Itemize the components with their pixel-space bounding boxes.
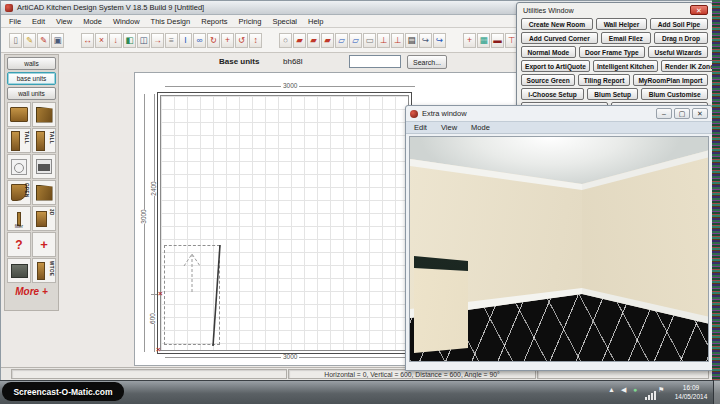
render-viewport[interactable] bbox=[409, 136, 709, 362]
grid-fill-icon[interactable]: ▦ bbox=[477, 33, 490, 48]
i-choose-setup-button[interactable]: i-Choose Setup bbox=[521, 88, 584, 100]
ruler-icon[interactable]: ≡ bbox=[165, 33, 178, 48]
three-d-unit-icon bbox=[36, 211, 47, 227]
extra-window-menu-bar: Edit View Mode bbox=[406, 121, 712, 134]
page-blue-2-icon[interactable]: ▱ bbox=[349, 33, 362, 48]
export-2-icon[interactable]: ↪ bbox=[433, 33, 446, 48]
normal-mode-button[interactable]: Normal Mode bbox=[521, 46, 576, 58]
useful-wizards-button[interactable]: Useful Wizards bbox=[648, 46, 708, 58]
maximize-button[interactable]: ▢ bbox=[674, 108, 690, 119]
unit-tall-larder[interactable]: TALL bbox=[32, 128, 56, 153]
pin-down-icon[interactable]: ↓ bbox=[109, 33, 122, 48]
search-input[interactable] bbox=[349, 55, 401, 68]
door-frame-type-button[interactable]: Door Frame Type bbox=[579, 46, 646, 58]
worktop-icon[interactable]: ▬ bbox=[491, 33, 504, 48]
intelligent-kitchen-button[interactable]: Intelligent Kitchen bbox=[593, 60, 658, 72]
extra-window-icon bbox=[410, 110, 418, 118]
unit-corner-base-cabinet[interactable] bbox=[32, 102, 56, 127]
stamp-3-icon[interactable]: ▰ bbox=[321, 33, 334, 48]
blum-customise-button[interactable]: Blum Customise bbox=[641, 88, 708, 100]
unit-open-base[interactable]: OPEN bbox=[7, 180, 31, 205]
save-disk-icon[interactable]: ◫ bbox=[137, 33, 150, 48]
unit-filler[interactable]: filler bbox=[7, 206, 31, 231]
tray-app-icon[interactable]: ● bbox=[633, 386, 637, 393]
unit-oven[interactable] bbox=[32, 154, 56, 179]
add-soil-pipe-button[interactable]: Add Soil Pipe bbox=[650, 18, 708, 30]
edit-brush-icon[interactable]: ✎ bbox=[37, 33, 50, 48]
menu-mode[interactable]: Mode bbox=[83, 17, 102, 26]
menu-reports[interactable]: Reports bbox=[201, 17, 227, 26]
open-folder-icon[interactable]: ✎ bbox=[23, 33, 36, 48]
source-green-button[interactable]: Source Green bbox=[521, 74, 575, 86]
unit-base-cabinet[interactable] bbox=[7, 102, 31, 127]
utilities-close-button[interactable]: ✕ bbox=[690, 5, 708, 15]
minimize-button[interactable]: – bbox=[656, 108, 672, 119]
utilities-buttons: Create New Room Wall Helper Add Soil Pip… bbox=[517, 17, 712, 117]
menu-view[interactable]: View bbox=[56, 17, 72, 26]
menu-file[interactable]: File bbox=[9, 17, 21, 26]
utilities-title-bar[interactable]: Utilities Window bbox=[517, 3, 712, 17]
arrow-updown-icon[interactable]: ↕ bbox=[249, 33, 262, 48]
extra-window-title-bar[interactable]: Extra window – ▢ ✕ bbox=[406, 106, 712, 121]
network-icon[interactable] bbox=[645, 391, 656, 400]
extra-menu-mode[interactable]: Mode bbox=[471, 123, 490, 132]
crosshair-icon[interactable]: + bbox=[463, 33, 476, 48]
sidebar-tab-base-units[interactable]: base units bbox=[7, 72, 56, 85]
show-desktop-button[interactable] bbox=[713, 380, 720, 404]
unit-worktop-end[interactable]: WTOE bbox=[32, 258, 56, 283]
email-filez-button[interactable]: Email Filez bbox=[601, 32, 651, 44]
menu-help[interactable]: Help bbox=[308, 17, 323, 26]
wall-helper-button[interactable]: Wall Helper bbox=[596, 18, 647, 30]
create-new-room-button[interactable]: Create New Room bbox=[521, 18, 593, 30]
extra-menu-edit[interactable]: Edit bbox=[414, 123, 427, 132]
delete-icon[interactable]: × bbox=[95, 33, 108, 48]
menu-this-design[interactable]: This Design bbox=[151, 17, 191, 26]
rotate-cw-icon[interactable]: ↻ bbox=[207, 33, 220, 48]
rotate-ccw-icon[interactable]: ↺ bbox=[235, 33, 248, 48]
hourglass-icon[interactable]: Ι bbox=[179, 33, 192, 48]
menu-edit[interactable]: Edit bbox=[32, 17, 45, 26]
drag-n-drop-button[interactable]: Drag n Drop bbox=[654, 32, 708, 44]
menu-special[interactable]: Special bbox=[272, 17, 297, 26]
tiling-report-button[interactable]: Tiling Report bbox=[578, 74, 630, 86]
taskbar-clock[interactable]: 16:09 14/05/2014 bbox=[672, 383, 710, 401]
new-file-icon[interactable]: ▯ bbox=[9, 33, 22, 48]
unit-sink-base[interactable] bbox=[7, 258, 31, 283]
outline-page-icon[interactable]: ▭ bbox=[363, 33, 376, 48]
speaker-icon[interactable]: ◀ bbox=[621, 386, 626, 394]
close-button[interactable]: ✕ bbox=[692, 108, 708, 119]
blum-setup-button[interactable]: Blum Setup bbox=[587, 88, 638, 100]
action-center-flag-icon[interactable]: ⚑ bbox=[658, 386, 664, 394]
zoom-icon[interactable]: ○ bbox=[279, 33, 292, 48]
swap-arrows-icon[interactable]: ↔ bbox=[81, 33, 94, 48]
page-blue-1-icon[interactable]: ▱ bbox=[335, 33, 348, 48]
export-1-icon[interactable]: ↪ bbox=[419, 33, 432, 48]
stamp-2-icon[interactable]: ▰ bbox=[307, 33, 320, 48]
menu-pricing[interactable]: Pricing bbox=[238, 17, 261, 26]
arrow-right-icon[interactable]: → bbox=[151, 33, 164, 48]
move-cross-icon[interactable]: + bbox=[221, 33, 234, 48]
post-1-icon[interactable]: ⊥ bbox=[377, 33, 390, 48]
printer-icon[interactable]: ▤ bbox=[405, 33, 418, 48]
post-2-icon[interactable]: ⊥ bbox=[391, 33, 404, 48]
unit-tall-cabinet[interactable]: TALL bbox=[7, 128, 31, 153]
unit-help[interactable]: ? bbox=[7, 232, 31, 257]
tray-expand-icon[interactable]: ▲ bbox=[608, 386, 615, 393]
add-curved-corner-button[interactable]: Add Curved Corner bbox=[521, 32, 598, 44]
connector-icon[interactable]: ∞ bbox=[193, 33, 206, 48]
unit-washing-machine[interactable] bbox=[7, 154, 31, 179]
lock-icon[interactable]: ◧ bbox=[123, 33, 136, 48]
sidebar-tab-walls[interactable]: walls bbox=[7, 57, 56, 70]
menu-window[interactable]: Window bbox=[113, 17, 140, 26]
export-to-artiquote-button[interactable]: Export to ArtiQuote bbox=[521, 60, 590, 72]
myroomplan-import-button[interactable]: MyRoomPlan Import bbox=[633, 74, 708, 86]
stamp-1-icon[interactable]: ▰ bbox=[293, 33, 306, 48]
sidebar-tab-wall-units[interactable]: wall units bbox=[7, 87, 56, 100]
unit-corner-unit[interactable] bbox=[32, 180, 56, 205]
unit-3d[interactable]: 3D bbox=[32, 206, 56, 231]
search-button[interactable]: Search... bbox=[407, 55, 447, 69]
extra-menu-view[interactable]: View bbox=[441, 123, 457, 132]
more-units-button[interactable]: More + bbox=[7, 286, 56, 297]
unit-move[interactable]: + bbox=[32, 232, 56, 257]
picture-icon[interactable]: ▣ bbox=[51, 33, 64, 48]
